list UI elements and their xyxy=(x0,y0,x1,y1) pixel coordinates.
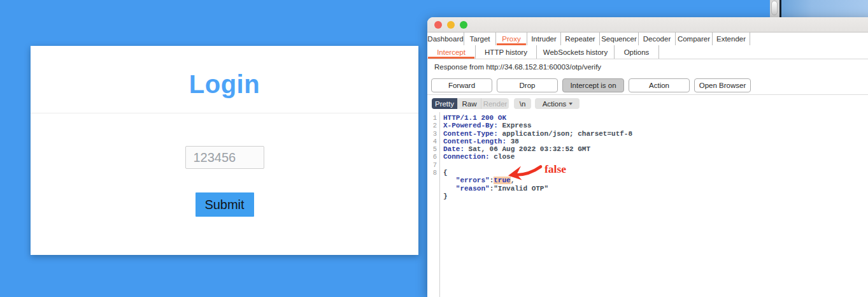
intercept-button-row: ForwardDropIntercept is onActionOpen Bro… xyxy=(431,78,755,92)
code-token xyxy=(443,185,456,192)
code-text: Content-Type: application/json; charset=… xyxy=(440,130,632,138)
message-view-toolbar: PrettyRawRender \n Actions ▾ xyxy=(432,98,580,109)
code-token: Sat, 06 Aug 2022 03:32:52 GMT xyxy=(464,145,590,153)
code-line: "reason":"Invalid OTP" xyxy=(427,185,868,192)
code-token: close xyxy=(490,153,515,161)
main-tab-bar: DashboardTargetProxyIntruderRepeaterSequ… xyxy=(427,33,868,46)
intercept-is-on-button[interactable]: Intercept is on xyxy=(562,78,624,92)
tab-sequencer[interactable]: Sequencer xyxy=(600,33,639,45)
window-titlebar[interactable] xyxy=(427,17,868,33)
chevron-down-icon: ▾ xyxy=(569,101,573,106)
code-token: Connection: xyxy=(443,153,490,161)
code-line: 8{ xyxy=(427,169,868,177)
open-browser-button[interactable]: Open Browser xyxy=(694,78,751,92)
code-text xyxy=(440,161,443,169)
code-token: X-Powered-By: xyxy=(443,122,498,129)
line-number: 4 xyxy=(427,138,440,145)
subtab-http-history[interactable]: HTTP history xyxy=(476,45,537,59)
code-text: "reason":"Invalid OTP" xyxy=(440,185,548,192)
tab-intruder[interactable]: Intruder xyxy=(527,33,561,45)
subtab-options[interactable]: Options xyxy=(615,45,659,59)
line-number: 1 xyxy=(427,114,440,122)
tab-repeater[interactable]: Repeater xyxy=(561,33,600,45)
line-number: 3 xyxy=(427,130,440,138)
tab-dashboard[interactable]: Dashboard xyxy=(427,33,464,45)
login-divider xyxy=(31,113,418,113)
code-token: application/json; charset=utf-8 xyxy=(498,130,632,138)
code-token: "reason" xyxy=(456,185,490,192)
line-number: 8 xyxy=(427,169,440,177)
otp-input[interactable] xyxy=(185,146,264,169)
code-token: } xyxy=(443,192,448,200)
code-text: Connection: close xyxy=(440,153,515,161)
code-line: 2X-Powered-By: Express xyxy=(427,122,868,129)
code-line: 3Content-Type: application/json; charset… xyxy=(427,130,868,138)
code-text: { xyxy=(440,169,448,177)
code-token: Date: xyxy=(443,145,464,153)
subtab-intercept[interactable]: Intercept xyxy=(427,45,476,59)
code-token: 38 xyxy=(506,138,519,145)
submit-button[interactable]: Submit xyxy=(196,192,254,217)
minimize-button-icon[interactable] xyxy=(447,21,455,29)
line-number xyxy=(427,177,440,184)
code-token: Express xyxy=(498,122,532,129)
view-mode-segmented-control: PrettyRawRender xyxy=(432,98,509,109)
code-line: "errors":true, xyxy=(427,177,868,184)
code-line: 5Date: Sat, 06 Aug 2022 03:32:52 GMT xyxy=(427,145,868,153)
code-token xyxy=(443,177,456,184)
code-line: 1HTTP/1.1 200 OK xyxy=(427,114,868,122)
forward-button[interactable]: Forward xyxy=(431,78,492,92)
code-token: , xyxy=(511,177,515,184)
line-number: 7 xyxy=(427,161,440,169)
line-number xyxy=(427,192,440,200)
proxy-sub-tab-bar: InterceptHTTP historyWebSockets historyO… xyxy=(427,45,868,59)
zoom-button-icon[interactable] xyxy=(460,21,467,29)
close-button-icon[interactable] xyxy=(434,21,442,29)
show-newlines-button[interactable]: \n xyxy=(514,98,531,109)
drop-button[interactable]: Drop xyxy=(497,78,558,92)
code-token: "errors" xyxy=(456,177,490,184)
tab-proxy[interactable]: Proxy xyxy=(496,33,527,45)
gutter-separator xyxy=(439,112,440,297)
subtab-websockets-history[interactable]: WebSockets history xyxy=(537,45,615,59)
tab-target[interactable]: Target xyxy=(464,33,496,45)
tab-comparer[interactable]: Comparer xyxy=(676,33,713,45)
tab-extender[interactable]: Extender xyxy=(713,33,750,45)
code-text: Content-Length: 38 xyxy=(440,138,519,145)
code-token: { xyxy=(443,169,448,177)
line-number xyxy=(427,185,440,192)
line-number: 2 xyxy=(427,122,440,129)
code-line: 4Content-Length: 38 xyxy=(427,138,868,145)
code-token: Content-Type: xyxy=(443,130,498,138)
line-number: 5 xyxy=(427,145,440,153)
code-token: HTTP/1.1 200 OK xyxy=(443,114,506,122)
login-page-title: Login xyxy=(31,70,418,99)
burp-suite-window: DashboardTargetProxyIntruderRepeaterSequ… xyxy=(427,17,868,297)
tab-decoder[interactable]: Decoder xyxy=(639,33,676,45)
code-text: Date: Sat, 06 Aug 2022 03:32:52 GMT xyxy=(440,145,590,153)
toolbar-divider xyxy=(427,94,868,95)
code-text: X-Powered-By: Express xyxy=(440,122,532,129)
code-token: Content-Length: xyxy=(443,138,506,145)
background-window-pane xyxy=(781,0,868,17)
line-number: 6 xyxy=(427,153,440,161)
response-from-label: Response from http://34.68.152.81:60003/… xyxy=(434,63,601,71)
highlighted-true-token: true xyxy=(494,177,510,184)
code-text: HTTP/1.1 200 OK xyxy=(440,114,506,122)
background-scrollbar-track[interactable] xyxy=(770,0,779,18)
code-text: } xyxy=(440,192,448,200)
code-line: 7 xyxy=(427,161,868,169)
code-token: "Invalid OTP" xyxy=(494,185,548,192)
code-line: 6Connection: close xyxy=(427,153,868,161)
response-body: 1HTTP/1.1 200 OK2X-Powered-By: Express3C… xyxy=(427,112,868,200)
view-tab-render[interactable]: Render xyxy=(481,98,509,109)
code-line: } xyxy=(427,192,868,200)
actions-dropdown-button[interactable]: Actions ▾ xyxy=(535,98,580,109)
action-button[interactable]: Action xyxy=(629,78,690,92)
background-scrollbar-thumb[interactable] xyxy=(771,1,778,15)
login-card: Login Submit xyxy=(31,46,418,255)
view-tab-pretty[interactable]: Pretty xyxy=(432,98,457,109)
view-tab-raw[interactable]: Raw xyxy=(457,98,481,109)
response-editor[interactable]: 1HTTP/1.1 200 OK2X-Powered-By: Express3C… xyxy=(427,112,868,297)
code-text: "errors":true, xyxy=(440,177,515,184)
